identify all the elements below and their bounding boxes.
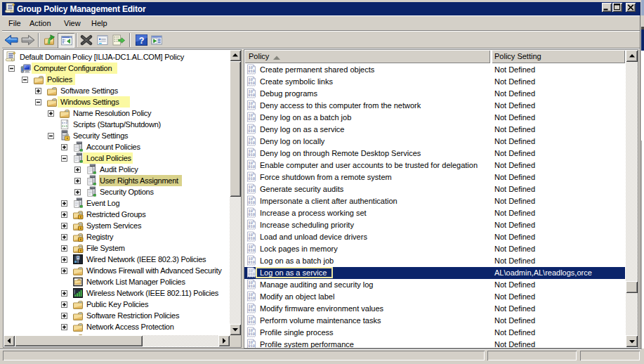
svg-text:010: 010 [248, 129, 255, 134]
svg-text:010: 010 [248, 153, 255, 157]
svg-text:010: 010 [248, 117, 255, 122]
svg-text:010: 010 [248, 297, 255, 301]
svg-text:010: 010 [248, 320, 255, 325]
svg-text:010: 010 [248, 165, 255, 169]
svg-text:010: 010 [248, 189, 255, 193]
svg-text:010: 010 [248, 237, 255, 241]
svg-text:010: 010 [248, 201, 255, 205]
svg-text:010: 010 [248, 344, 255, 348]
svg-text:010: 010 [248, 70, 255, 74]
svg-text:010: 010 [248, 273, 255, 277]
svg-text:010: 010 [248, 332, 255, 337]
svg-text:010: 010 [248, 82, 255, 86]
svg-text:010: 010 [248, 225, 255, 229]
svg-text:010: 010 [248, 93, 255, 98]
svg-text:010: 010 [248, 261, 255, 265]
svg-text:?: ? [139, 36, 145, 46]
svg-text:010: 010 [248, 285, 255, 289]
svg-text:010: 010 [248, 177, 255, 181]
svg-text:010: 010 [248, 213, 255, 217]
svg-text:010: 010 [248, 141, 255, 145]
svg-text:010: 010 [248, 308, 255, 313]
svg-text:010: 010 [248, 249, 255, 253]
svg-text:010: 010 [248, 105, 255, 110]
